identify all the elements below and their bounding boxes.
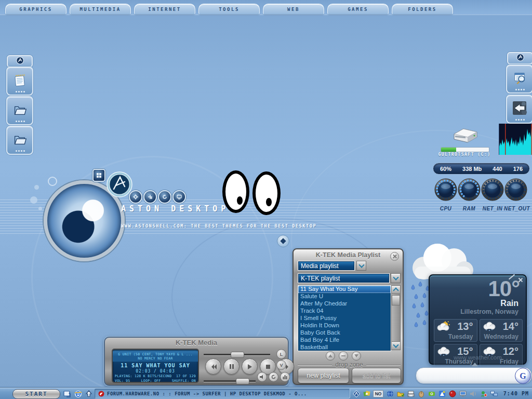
desktop-icon-folder-1[interactable] (6, 96, 33, 125)
forecast-cell-wednesday[interactable]: 14° Wednesday (480, 319, 523, 342)
tab-web[interactable]: WEB (263, 4, 324, 15)
diamond-button[interactable] (277, 235, 289, 247)
scroll-down-button[interactable] (392, 341, 400, 350)
tray-folder-sync-icon[interactable] (396, 390, 404, 397)
playlist-titlebar[interactable]: K-TEK Media Playlist (294, 249, 403, 260)
add-to-list-button[interactable]: add to list (352, 368, 401, 383)
lcd-artist: G UNIT (50 CENT, TONY YAYO & L ... (113, 351, 198, 356)
drive-label[interactable]: GULTROTSAFT (C:) (430, 152, 499, 157)
tray-theme-icon[interactable] (363, 390, 370, 397)
mute-button[interactable] (257, 372, 267, 382)
seek-thumb[interactable] (231, 352, 244, 358)
drive-icon[interactable] (450, 127, 480, 148)
playlist-item[interactable]: Track 04 (298, 308, 391, 315)
cpu-label: CPU (434, 206, 458, 211)
playlist-item[interactable]: Salute U (298, 293, 391, 300)
playlist-close-button[interactable] (390, 252, 399, 261)
tray-mouse-icon[interactable] (417, 390, 425, 397)
desktop-icon-notepad[interactable] (6, 66, 33, 96)
playlist-select[interactable]: K-TEK playlist (298, 273, 390, 283)
new-playlist-button[interactable]: new playlist (298, 368, 349, 383)
player-title: K-TEK Media (105, 338, 288, 347)
grid-button[interactable] (92, 169, 105, 182)
playlist-dropdown-button[interactable] (391, 273, 401, 283)
quicklaunch-up-arrow[interactable] (85, 390, 93, 398)
tab-multimedia[interactable]: MULTIMEDIA (70, 4, 131, 15)
playlist-item[interactable]: Holdin It Down (298, 322, 391, 329)
desktop-icon-search[interactable] (506, 64, 532, 94)
tab-games[interactable]: GAMES (327, 4, 389, 15)
tray-network-icon[interactable] (490, 390, 498, 397)
tab-graphics[interactable]: GRAPHICS (5, 4, 66, 15)
taskbar-clock[interactable]: 7:40 PM (503, 391, 529, 396)
search-input[interactable] (421, 370, 517, 381)
net-in-value: 440 (493, 166, 502, 172)
seek-slider[interactable] (204, 354, 270, 355)
cpu-knob[interactable] (434, 178, 458, 202)
net-out-knob[interactable] (504, 178, 528, 202)
previous-button[interactable] (205, 358, 221, 375)
tab-folders[interactable]: FOLDERS (392, 4, 453, 15)
quicklaunch-show-desktop[interactable] (63, 390, 71, 398)
drop-zone[interactable]: drop zone (298, 361, 401, 368)
divider-line (298, 365, 332, 365)
ram-knob[interactable] (457, 178, 481, 202)
playlist-item[interactable]: After My Cheddar (298, 300, 391, 308)
playlist-item[interactable]: 11 Say What You Say (298, 286, 391, 293)
google-search-button[interactable]: G (515, 368, 531, 384)
visual-button[interactable]: V (276, 360, 286, 370)
add-mini-button[interactable] (143, 190, 157, 204)
media-type-select[interactable]: Media playlist (298, 261, 355, 271)
tab-internet[interactable]: INTERNET (134, 4, 195, 15)
tray-volume-icon[interactable] (469, 390, 477, 397)
desktop-icon-folder-2[interactable] (6, 126, 33, 155)
scroll-up-button[interactable] (392, 286, 400, 294)
tray-msn-icon[interactable] (480, 390, 487, 397)
tray-language-indicator[interactable]: NO (373, 390, 383, 397)
media-type-dropdown-button[interactable] (356, 261, 366, 271)
playlist-item[interactable]: Baby Got Back (298, 329, 391, 337)
move-up-button[interactable] (326, 351, 335, 361)
taskbar-task-button[interactable]: FORUM.HARDWARE.NO : : FORUM -> SURFER | … (95, 389, 350, 398)
scroll-thumb[interactable] (392, 295, 400, 305)
volume-thumb[interactable] (236, 378, 249, 384)
cpu-value: 60% (440, 166, 451, 172)
pause-button[interactable] (223, 358, 240, 375)
forecast-day: Tuesday (448, 333, 473, 340)
tray-globe-icon[interactable] (386, 390, 394, 397)
tray-display-icon[interactable] (459, 390, 467, 397)
volume-slider[interactable] (204, 380, 256, 382)
remove-button[interactable] (339, 351, 348, 361)
repeat-button[interactable] (269, 372, 278, 382)
refresh-mini-button[interactable] (158, 190, 171, 204)
list-button[interactable]: L (276, 349, 286, 359)
playlist-item[interactable]: Basketball (298, 344, 391, 351)
monitor-mini-button[interactable] (172, 190, 186, 204)
tray-aston-icon[interactable] (352, 390, 360, 397)
lcd-shuffle: SHUFFLE: ON (172, 379, 196, 383)
tray-messenger-icon[interactable] (438, 390, 446, 397)
start-button[interactable]: START (12, 389, 60, 399)
play-button[interactable] (242, 358, 258, 375)
weather-source-link[interactable]: www.weather.com (430, 354, 526, 361)
net-in-knob[interactable] (481, 178, 504, 202)
settings-mini-button[interactable] (129, 190, 142, 204)
move-down-button[interactable] (352, 351, 361, 361)
desktop-icon-back[interactable] (506, 95, 532, 124)
forecast-cell-tuesday[interactable]: 13° Tuesday (434, 319, 477, 342)
system-tray: NO (352, 390, 498, 397)
tab-tools[interactable]: TOOLS (198, 4, 260, 15)
quicklaunch-internet-explorer[interactable] (74, 390, 82, 398)
left-panel-header[interactable] (7, 55, 33, 68)
playlist-item[interactable]: Bad Boy 4 Life (298, 337, 391, 344)
right-panel-header[interactable] (507, 52, 532, 64)
tray-nvidia-icon[interactable] (428, 390, 435, 397)
tray-print-icon[interactable] (407, 390, 415, 397)
playlist-window-title: K-TEK Media Playlist (294, 249, 403, 259)
playlist-window: K-TEK Media Playlist Media playlist K-TE… (292, 248, 404, 385)
playlist-item[interactable]: I Smell Pussy (298, 315, 391, 322)
equalizer-button[interactable] (280, 372, 290, 382)
tray-record-icon[interactable] (448, 390, 456, 397)
lcd-position: 17 OF 129 (176, 374, 196, 378)
playlist-scrollbar[interactable] (391, 285, 401, 350)
